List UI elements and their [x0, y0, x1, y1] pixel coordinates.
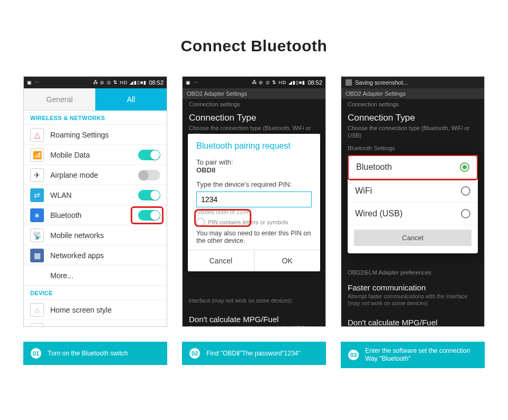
mobile-data-icon: 📶	[30, 148, 44, 162]
connection-type-popup: Bluetooth WiFi Wired (USB) Cancel	[348, 155, 478, 253]
item-mobile-data[interactable]: 📶 Mobile Data	[24, 145, 167, 165]
bg-item-interface: interface (may not work on some devices)	[183, 291, 325, 310]
caption-3-number: 03	[347, 349, 360, 361]
app-header: OBD2 Adapter Settings	[341, 88, 484, 99]
pin-prompt-label: Type the device's required PIN:	[196, 180, 312, 188]
caption-1-number: 01	[30, 347, 42, 360]
caption-2-number: 02	[188, 347, 201, 360]
sound-icon: ♪	[30, 323, 44, 327]
section-device: DEVICE	[24, 286, 167, 300]
home-icon: ⌂	[30, 303, 44, 317]
item-home-style[interactable]: ⌂ Home screen style	[24, 300, 167, 320]
item-bluetooth[interactable]: ∗ Bluetooth	[24, 205, 167, 225]
bg-item-mpg: Don't calculate MPG/Fuel Speed up data r…	[183, 309, 325, 327]
screenshot-settings: ▣ ⋯ ⁂ ⊘ ⊙ ⇅ HD ◢▮▯■▮ 08:52 General All W…	[23, 76, 167, 327]
pin-letters-checkbox-row[interactable]: PIN contains letters or symbols	[196, 218, 312, 226]
item-roaming[interactable]: △ Roaming Settings	[24, 125, 167, 145]
saving-screenshot-bar: Saving screenshot...	[341, 77, 484, 88]
checkbox-icon	[196, 218, 205, 226]
option-bluetooth[interactable]: Bluetooth	[349, 156, 477, 179]
option-wired[interactable]: Wired (USB)	[348, 203, 478, 225]
roaming-icon: △	[30, 128, 44, 142]
toggle-airplane[interactable]	[138, 170, 160, 180]
toggle-wlan[interactable]	[138, 190, 160, 200]
pin-hint: Usually 0000 or 1234	[196, 208, 312, 215]
tab-general[interactable]: General	[24, 88, 95, 111]
radio-icon	[461, 186, 470, 196]
screenshot-connection-type: Saving screenshot... OBD2 Adapter Settin…	[341, 76, 485, 327]
item-airplane[interactable]: ✈ Airplane mode	[24, 165, 167, 185]
connection-type-title: Connection Type	[341, 109, 484, 124]
connection-type-sub: Choose the connection type (Bluetooth, W…	[341, 124, 484, 143]
bg-item-mpg: Don't calculate MPG/Fuel Speed up data r…	[341, 313, 484, 327]
section-connection: Connection settings	[183, 99, 325, 109]
item-sound[interactable]: ♪ Sound	[24, 320, 167, 327]
radio-icon	[461, 209, 470, 218]
caption-3: 03 Enter the software set the connection…	[341, 342, 485, 368]
pin-input[interactable]	[196, 191, 312, 207]
item-networked-apps[interactable]: ▦ Networked apps	[24, 245, 167, 266]
status-bar: ▣ ⋯ ⁂ ⊘ ⊙ ⇅ HD ◢▮▯■▮ 08:52	[183, 77, 325, 88]
bluetooth-icon: ∗	[30, 208, 44, 222]
connection-type-title: Connection Type	[183, 109, 325, 124]
app-header: OBD2 Adapter Settings	[183, 88, 325, 99]
pair-device-name: OBDII	[196, 166, 312, 174]
caption-2: 02 Find "OBDⅡ"The password"1234"	[182, 342, 326, 365]
section-connection: Connection settings	[341, 99, 484, 109]
networked-apps-icon: ▦	[30, 249, 44, 262]
wlan-icon: ⇄	[30, 188, 44, 202]
dialog-title: Bluetooth pairing request	[188, 134, 320, 156]
toggle-mobile-data[interactable]	[138, 150, 160, 160]
pair-with-label: To pair with:	[196, 158, 312, 166]
bg-item-faster: Faster communication Attempt faster comm…	[341, 278, 484, 313]
item-more[interactable]: More...	[24, 266, 167, 286]
screenshot-pairing: ▣ ⋯ ⁂ ⊘ ⊙ ⇅ HD ◢▮▯■▮ 08:52 OBD2 Adapter …	[182, 76, 326, 327]
status-time: 08:52	[149, 79, 164, 86]
status-icons-left: ▣ ⋯	[27, 80, 40, 85]
ok-button[interactable]: OK	[255, 250, 321, 271]
status-bar: ▣ ⋯ ⁂ ⊘ ⊙ ⇅ HD ◢▮▯■▮ 08:52	[24, 77, 167, 88]
item-mobile-networks[interactable]: 📡 Mobile networks	[24, 225, 167, 245]
page-title: Connect Bluetooth	[16, 37, 492, 55]
radio-selected-icon	[460, 162, 469, 172]
section-bt-settings: Bluetooth Settings	[341, 143, 484, 153]
cancel-button[interactable]: Cancel	[188, 250, 255, 271]
toggle-bluetooth[interactable]	[138, 210, 160, 221]
mobile-networks-icon: 📡	[30, 229, 44, 242]
pin-note: You may also need to enter this PIN on t…	[196, 230, 312, 244]
item-wlan[interactable]: ⇄ WLAN	[24, 185, 167, 205]
caption-1: 01 Turn on the Bluetooth switch	[23, 342, 167, 365]
section-adapter-pref: OBD2/ELM Adapter preferences	[341, 267, 484, 278]
section-wireless: WIRELESS & NETWORKS	[24, 111, 167, 125]
airplane-icon: ✈	[30, 168, 44, 182]
image-icon	[346, 79, 352, 86]
status-icons-right: ⁂ ⊘ ⊙ ⇅ HD ◢▮▯■▮	[93, 80, 147, 85]
cancel-button[interactable]: Cancel	[354, 230, 471, 246]
tab-all[interactable]: All	[95, 88, 167, 111]
pairing-dialog: Bluetooth pairing request To pair with: …	[188, 134, 320, 271]
option-wifi[interactable]: WiFi	[348, 180, 478, 203]
